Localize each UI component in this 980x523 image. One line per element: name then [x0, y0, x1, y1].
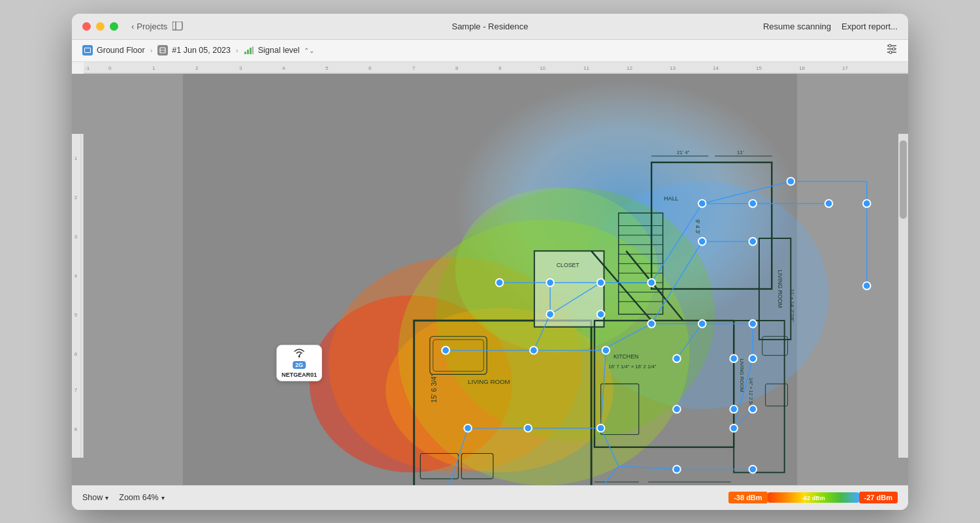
- breadcrumb-bar: Ground Floor › #1 Jun 05, 2023 › Signal …: [72, 40, 908, 62]
- titlebar-actions: Resume scanning Export report...: [763, 22, 898, 31]
- svg-point-129: [524, 424, 532, 432]
- ruler-v-svg: 1 2 3 4 5 6 7 8 9 10 11 12: [72, 134, 82, 458]
- svg-text:5: 5: [325, 65, 329, 71]
- svg-text:LIVING ROOM: LIVING ROOM: [777, 270, 783, 308]
- svg-point-140: [299, 355, 301, 357]
- floorplan-container: 15' 6 3/4" LIVING ROOM CLOSET HALL 9' 4 …: [84, 74, 896, 485]
- svg-point-130: [597, 424, 605, 432]
- svg-rect-7: [252, 46, 253, 54]
- bottom-bar: Show ▾ Zoom 64% ▾ -38 dBm: [72, 485, 908, 510]
- export-report-button[interactable]: Export report...: [841, 22, 898, 31]
- svg-point-118: [530, 346, 538, 354]
- svg-point-121: [647, 320, 655, 328]
- titlebar: ‹ Projects Sample - Residence Resume sca…: [72, 14, 908, 40]
- svg-text:8: 8: [455, 65, 459, 71]
- canvas-area[interactable]: 1 2 3 4 5 6 7 8 9 10 11 12: [72, 74, 908, 485]
- svg-text:8: 8: [74, 426, 78, 432]
- breadcrumb-floor[interactable]: Ground Floor: [82, 45, 145, 55]
- legend-gradient-bar: -62 dBm: [768, 490, 859, 505]
- svg-point-117: [496, 279, 504, 287]
- svg-point-128: [749, 355, 757, 362]
- svg-point-125: [730, 355, 738, 362]
- legend-max: -27 dBm: [859, 492, 898, 503]
- svg-text:15: 15: [756, 65, 762, 71]
- svg-text:-1: -1: [85, 65, 90, 71]
- svg-rect-6: [250, 48, 252, 54]
- svg-point-131: [673, 465, 681, 473]
- svg-text:14: 14: [713, 65, 719, 71]
- floorplan-svg: 15' 6 3/4" LIVING ROOM CLOSET HALL 9' 4 …: [84, 74, 896, 485]
- svg-text:11': 11': [737, 150, 744, 155]
- svg-point-112: [546, 279, 554, 287]
- svg-point-137: [730, 424, 738, 432]
- chevron-down-icon: ▾: [105, 494, 108, 501]
- svg-text:LIVING ROOM: LIVING ROOM: [739, 358, 745, 392]
- svg-text:5: 5: [74, 312, 78, 318]
- svg-text:4: 4: [282, 65, 286, 71]
- svg-text:KITCHEN: KITCHEN: [613, 353, 638, 360]
- show-button[interactable]: Show ▾: [82, 493, 108, 502]
- svg-point-139: [442, 346, 449, 354]
- svg-text:HALL: HALL: [664, 195, 679, 201]
- chevron-left-icon: ‹: [131, 22, 134, 31]
- ruler-h-svg: -1 0 1 2 3 4 5 6 7 8 9 10 11 12 13 14 15…: [84, 62, 908, 74]
- ap-name-label: NETGEAR01: [282, 372, 317, 378]
- wifi-icon: [292, 348, 306, 358]
- svg-text:9' 4 3': 9' 4 3': [694, 219, 701, 234]
- svg-point-136: [464, 424, 472, 432]
- svg-text:1: 1: [74, 155, 78, 161]
- svg-point-114: [647, 279, 655, 287]
- ap-badge[interactable]: 2G NETGEAR01: [276, 345, 322, 381]
- ruler-vertical: 1 2 3 4 5 6 7 8 9 10 11 12: [72, 134, 84, 458]
- svg-rect-4: [244, 52, 246, 54]
- resume-scanning-button[interactable]: Resume scanning: [763, 22, 831, 31]
- svg-point-12: [892, 48, 895, 50]
- svg-point-124: [673, 355, 681, 362]
- svg-text:6: 6: [74, 351, 78, 357]
- svg-text:3: 3: [74, 234, 78, 240]
- zoom-button[interactable]: Zoom 64% ▾: [119, 493, 164, 502]
- svg-text:2: 2: [195, 65, 199, 71]
- scrollbar-vertical[interactable]: [898, 134, 908, 458]
- svg-text:4: 4: [74, 273, 78, 279]
- svg-text:15' 6 3/4": 15' 6 3/4": [430, 373, 438, 403]
- svg-point-105: [787, 177, 795, 185]
- svg-point-107: [863, 199, 871, 207]
- svg-text:3: 3: [239, 65, 242, 71]
- breadcrumb-signal[interactable]: Signal level ⌃⌄: [244, 45, 314, 55]
- svg-rect-35: [72, 134, 82, 458]
- sidebar-icon: [172, 22, 183, 31]
- breadcrumb-sep-2: ›: [236, 46, 238, 54]
- svg-point-123: [749, 320, 757, 328]
- svg-text:13: 13: [670, 65, 676, 71]
- breadcrumb-sep-1: ›: [150, 46, 153, 54]
- close-button[interactable]: [82, 22, 91, 31]
- svg-point-132: [749, 465, 757, 473]
- breadcrumb-scan[interactable]: #1 Jun 05, 2023: [157, 45, 231, 55]
- svg-text:12: 12: [627, 65, 632, 71]
- svg-text:16' 7 1/4" × 16' 2 1/4": 16' 7 1/4" × 16' 2 1/4": [608, 363, 657, 369]
- svg-text:11: 11: [583, 65, 589, 71]
- floor-icon: [82, 45, 93, 55]
- svg-text:0: 0: [108, 65, 112, 71]
- traffic-lights: [82, 22, 118, 31]
- svg-text:11' × 14' 2'7/8": 11' × 14' 2'7/8": [789, 289, 795, 322]
- maximize-button[interactable]: [110, 22, 118, 31]
- svg-point-127: [730, 405, 738, 413]
- svg-text:21' 4": 21' 4": [677, 150, 690, 155]
- svg-point-109: [698, 238, 706, 246]
- svg-point-115: [546, 310, 554, 318]
- svg-point-122: [698, 320, 706, 328]
- sidebar-toggle-button[interactable]: [172, 22, 183, 31]
- scrollbar-thumb[interactable]: [900, 140, 907, 219]
- back-projects-button[interactable]: ‹ Projects: [131, 22, 167, 31]
- svg-rect-0: [172, 22, 182, 30]
- minimize-button[interactable]: [96, 22, 105, 31]
- svg-point-106: [825, 199, 833, 207]
- view-settings-button[interactable]: [886, 44, 898, 57]
- chevron-down-icon-zoom: ▾: [161, 494, 165, 501]
- svg-text:1/4" × 11' 2 3/4": 1/4" × 11' 2 3/4": [749, 377, 753, 409]
- svg-text:17: 17: [842, 65, 848, 71]
- svg-text:6: 6: [368, 65, 372, 71]
- floor-icon-inner: [84, 48, 91, 53]
